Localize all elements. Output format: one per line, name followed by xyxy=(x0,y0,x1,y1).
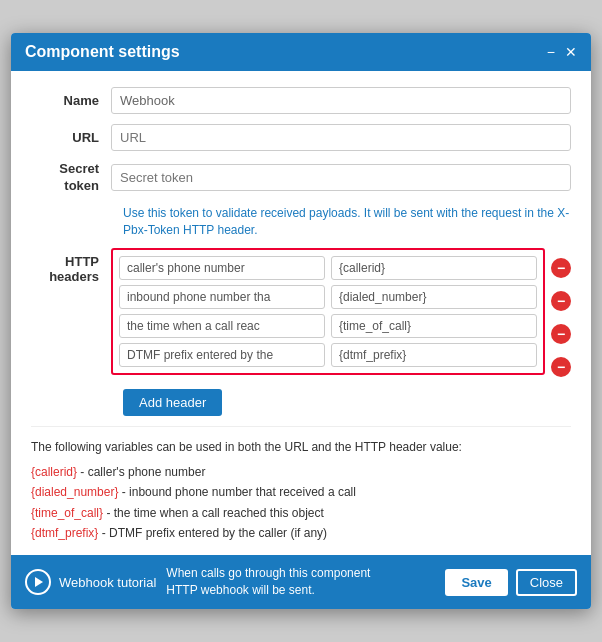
url-label: URL xyxy=(31,130,111,145)
footer-message: When calls go through this component HTT… xyxy=(166,565,435,599)
header-pair xyxy=(119,256,537,280)
close-dialog-button[interactable]: ✕ xyxy=(565,44,577,60)
component-settings-dialog: Component settings − ✕ Name URL Secretto… xyxy=(11,33,591,609)
header-key-input-2[interactable] xyxy=(119,314,325,338)
add-header-row: Add header xyxy=(123,389,571,416)
remove-header-button-1[interactable]: − xyxy=(551,291,571,311)
variable-name-1: {dialed_number} xyxy=(31,485,118,499)
variable-name-0: {callerid} xyxy=(31,465,77,479)
header-value-input-0[interactable] xyxy=(331,256,537,280)
variable-name-2: {time_of_call} xyxy=(31,506,103,520)
tutorial-button[interactable]: Webhook tutorial xyxy=(25,569,156,595)
header-key-input-1[interactable] xyxy=(119,285,325,309)
header-value-input-3[interactable] xyxy=(331,343,537,367)
header-key-input-0[interactable] xyxy=(119,256,325,280)
variables-intro: The following variables can be used in b… xyxy=(31,437,571,457)
variable-desc-0: - caller's phone number xyxy=(77,465,205,479)
remove-header-button-0[interactable]: − xyxy=(551,258,571,278)
dialog-title: Component settings xyxy=(25,43,180,61)
variable-desc-1: - inbound phone number that received a c… xyxy=(118,485,356,499)
variable-items-container: {callerid} - caller's phone number{diale… xyxy=(31,462,571,544)
secret-token-input[interactable] xyxy=(111,164,571,191)
variable-item-1: {dialed_number} - inbound phone number t… xyxy=(31,482,571,502)
header-pair xyxy=(119,343,537,367)
variable-item-2: {time_of_call} - the time when a call re… xyxy=(31,503,571,523)
title-bar-controls: − ✕ xyxy=(547,44,577,60)
tutorial-label: Webhook tutorial xyxy=(59,575,156,590)
play-icon xyxy=(25,569,51,595)
headers-container xyxy=(111,248,545,375)
variables-section: The following variables can be used in b… xyxy=(31,426,571,543)
http-headers-label: HTTPheaders xyxy=(31,248,111,284)
remove-buttons-column: −−−− xyxy=(551,248,571,381)
name-row: Name xyxy=(31,87,571,114)
secret-hint: Use this token to validate received payl… xyxy=(123,205,571,239)
variable-desc-2: - the time when a call reached this obje… xyxy=(103,506,324,520)
remove-header-button-2[interactable]: − xyxy=(551,324,571,344)
header-value-input-1[interactable] xyxy=(331,285,537,309)
minimize-button[interactable]: − xyxy=(547,44,555,60)
close-button[interactable]: Close xyxy=(516,569,577,596)
secret-token-label: Secrettoken xyxy=(31,161,111,195)
add-header-button[interactable]: Add header xyxy=(123,389,222,416)
footer-actions: Save Close xyxy=(445,569,577,596)
header-key-input-3[interactable] xyxy=(119,343,325,367)
variable-item-0: {callerid} - caller's phone number xyxy=(31,462,571,482)
name-input[interactable] xyxy=(111,87,571,114)
header-pair xyxy=(119,285,537,309)
play-triangle xyxy=(35,577,43,587)
header-pair xyxy=(119,314,537,338)
footer-message-line1: When calls go through this component xyxy=(166,565,435,582)
header-value-input-2[interactable] xyxy=(331,314,537,338)
url-row: URL xyxy=(31,124,571,151)
dialog-body: Name URL Secrettoken Use this token to v… xyxy=(11,71,591,555)
variable-item-3: {dtmf_prefix} - DTMF prefix entered by t… xyxy=(31,523,571,543)
secret-token-row: Secrettoken xyxy=(31,161,571,195)
footer-message-line2: HTTP webhook will be sent. xyxy=(166,582,435,599)
http-headers-row: HTTPheaders −−−− xyxy=(31,248,571,381)
title-bar: Component settings − ✕ xyxy=(11,33,591,71)
url-input[interactable] xyxy=(111,124,571,151)
name-label: Name xyxy=(31,93,111,108)
footer: Webhook tutorial When calls go through t… xyxy=(11,555,591,609)
remove-header-button-3[interactable]: − xyxy=(551,357,571,377)
variable-desc-3: - DTMF prefix entered by the caller (if … xyxy=(98,526,327,540)
save-button[interactable]: Save xyxy=(445,569,507,596)
variable-name-3: {dtmf_prefix} xyxy=(31,526,98,540)
